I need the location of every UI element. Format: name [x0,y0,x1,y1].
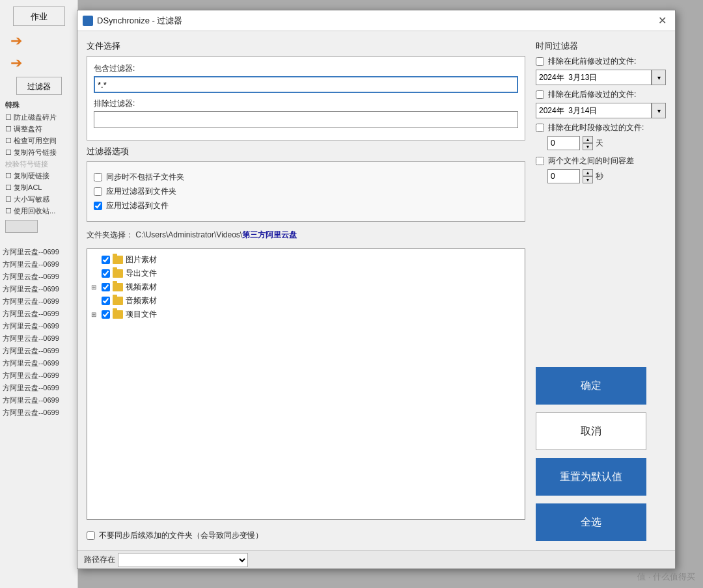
filter-options-section: 过滤器选项 同步时不包括子文件夹 应用过滤器到文件夹 应用过滤器到文件 [87,146,525,222]
time-filter-section: 时间过滤器 排除在此前修改过的文件: ▾ 排除 [536,40,666,189]
after-checkbox-row[interactable]: 排除在此后修改过的文件: [536,89,666,100]
before-date-row: ▾ [536,70,666,85]
file-selection-box: 包含过滤器: 排除过滤器: [87,56,525,140]
period-checkbox-row[interactable]: 排除在此时段修改过的文件: [536,122,666,133]
period-checkbox[interactable] [536,124,544,132]
before-checkbox-row[interactable]: 排除在此前修改过的文件: [536,56,666,67]
option2-checkbox[interactable] [94,187,102,196]
close-button[interactable]: ✕ [654,13,670,29]
bg-list-item: 方阿里云盘--0699 [0,320,77,332]
dialog-bottom-bar: 路径存在 [77,550,675,568]
cb-symlink-verify: 校验符号链接 [5,159,72,169]
dialog-icon [83,16,93,26]
bg-list-item: 方阿里云盘--0699 [0,332,77,345]
after-label: 排除在此后修改过的文件: [548,89,636,100]
arrow-icon-1: ➔ [10,33,67,49]
include-filter-input[interactable] [94,76,518,93]
special-checkboxes: 特殊 ☐ 防止磁盘碎片 ☐ 调整盘符 ☐ 检查可用空间 ☐ 复制符号链接 校验符… [5,100,72,216]
filter-options-box: 同步时不包括子文件夹 应用过滤器到文件夹 应用过滤器到文件 [87,161,525,222]
tree-checkbox-4[interactable] [102,297,110,305]
before-checkbox[interactable] [536,57,544,66]
tree-checkbox-3[interactable] [102,283,110,291]
status-dropdown[interactable] [118,553,248,567]
cb-defrag: ☐ 防止磁盘碎片 [5,113,72,122]
bg-list-item: 方阿里云盘--0699 [0,345,77,357]
timediff-unit-label: 秒 [596,171,603,182]
tree-item-3[interactable]: ⊞ 视频素材 [91,280,521,294]
cb-adjust: ☐ 调整盘符 [5,124,72,134]
tree-item-4[interactable]: 音频素材 [91,294,521,308]
option3-row[interactable]: 应用过滤器到文件 [94,200,518,211]
timediff-spinner-input[interactable] [547,169,580,183]
bg-list-item: 方阿里云盘--0699 [0,283,77,295]
before-date-input[interactable] [536,70,652,85]
timediff-spinner-row: ▲ ▼ 秒 [547,169,666,183]
tree-label-3: 视频素材 [126,282,157,293]
timediff-checkbox-row[interactable]: 两个文件之间的时间容差 [536,155,666,167]
tree-checkbox-2[interactable] [102,269,110,278]
tree-checkbox-5[interactable] [102,310,110,319]
left-panel: 文件选择 包含过滤器: 排除过滤器: 过滤器选项 同步时不包括子文件夹 [87,40,525,541]
after-date-input[interactable] [536,103,652,118]
option3-label: 应用过滤器到文件 [106,200,169,211]
folder-tree[interactable]: 图片素材 导出文件 ⊞ 视频素材 [87,248,525,520]
after-date-button[interactable]: ▾ [652,103,666,118]
folder-icon-2 [113,269,123,278]
folder-icon-4 [113,297,123,305]
period-spinner-down[interactable]: ▼ [583,143,593,150]
tree-label-4: 音频素材 [126,295,157,306]
no-sync-checkbox[interactable] [87,531,95,540]
bg-list-item: 方阿里云盘--0699 [0,295,77,308]
exclude-filter-input[interactable] [94,111,518,128]
tree-checkbox-1[interactable] [102,256,110,264]
filter-button[interactable]: 过滤器 [16,77,62,95]
tree-label-1: 图片素材 [126,254,157,265]
cb-recycle: ☐ 使用回收站... [5,206,72,216]
before-filter-row: 排除在此前修改过的文件: ▾ [536,56,666,85]
confirm-button[interactable]: 确定 [536,367,646,405]
folder-prefix: 文件夹选择： [87,230,133,239]
tree-label-2: 导出文件 [126,268,157,279]
tree-label-5: 项目文件 [126,309,157,320]
bg-list-item: 方阿里云盘--0699 [0,271,77,283]
tree-container: 图片素材 导出文件 ⊞ 视频素材 [87,248,525,520]
option3-checkbox[interactable] [94,202,102,210]
period-unit-label: 天 [596,138,603,149]
bg-list-item: 方阿里云盘--0699 [0,246,77,258]
period-filter-row: 排除在此时段修改过的文件: ▲ ▼ 天 [536,122,666,150]
timediff-row: 两个文件之间的时间容差 ▲ ▼ 秒 [536,155,666,183]
option2-label: 应用过滤器到文件夹 [106,186,176,197]
folder-path-highlight: 第三方阿里云盘 [242,230,297,239]
after-date-row: ▾ [536,103,666,118]
select-all-button[interactable]: 全选 [536,503,646,541]
reset-button[interactable]: 重置为默认值 [536,458,646,496]
option1-checkbox[interactable] [94,173,102,181]
exclude-filter-label: 排除过滤器: [94,98,518,109]
timediff-spinner-up[interactable]: ▲ [583,169,593,176]
bg-list-item: 方阿里云盘--0699 [0,407,77,419]
tree-item-1[interactable]: 图片素材 [91,253,521,267]
before-date-button[interactable]: ▾ [652,70,666,85]
expander-5[interactable]: ⊞ [91,311,99,318]
background-panel: 作业 ➔ ➔ 过滤器 特殊 ☐ 防止磁盘碎片 ☐ 调整盘符 ☐ 检查可用空间 ☐… [0,0,78,588]
folder-path-line: 文件夹选择： C:\Users\Administrator\Videos\第三方… [87,230,525,241]
folder-icon-3 [113,283,123,291]
small-input [5,220,38,233]
timediff-checkbox[interactable] [536,157,544,165]
no-sync-row[interactable]: 不要同步后续添加的文件夹（会导致同步变慢） [87,530,525,541]
cb-acl: ☐ 复制ACL [5,183,72,193]
period-spinner-up[interactable]: ▲ [583,136,593,143]
option2-row[interactable]: 应用过滤器到文件夹 [94,186,518,197]
timediff-spinner-buttons: ▲ ▼ [583,169,593,183]
option1-row[interactable]: 同步时不包括子文件夹 [94,172,518,183]
after-checkbox[interactable] [536,90,544,99]
expander-3[interactable]: ⊞ [91,284,99,291]
job-button[interactable]: 作业 [13,7,65,26]
tree-item-2[interactable]: 导出文件 [91,267,521,280]
period-spinner-input[interactable] [547,136,580,150]
bg-list-item: 方阿里云盘--0699 [0,382,77,394]
bg-list-item: 方阿里云盘--0699 [0,308,77,320]
timediff-spinner-down[interactable]: ▼ [583,176,593,183]
tree-item-5[interactable]: ⊞ 项目文件 [91,308,521,321]
cancel-button[interactable]: 取消 [536,412,646,450]
